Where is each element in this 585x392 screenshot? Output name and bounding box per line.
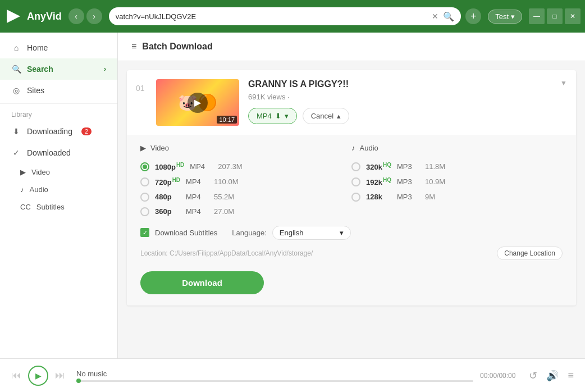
subtitles-row: ✓ Download Subtitles Language: English ▾ <box>140 219 563 244</box>
close-button[interactable]: ✕ <box>565 8 581 24</box>
player-repeat-button[interactable]: ↺ <box>529 370 537 382</box>
address-search-icon[interactable]: 🔍 <box>443 11 454 22</box>
player-info: No music <box>76 370 473 382</box>
sidebar-sites-label: Sites <box>27 86 44 95</box>
maximize-button[interactable]: □ <box>547 8 563 24</box>
new-tab-button[interactable]: + <box>465 8 481 24</box>
batch-download-header: ≡ Batch Download <box>118 33 585 61</box>
svg-marker-0 <box>7 10 20 23</box>
radio-192k[interactable] <box>351 177 360 186</box>
downloading-badge: 2 <box>81 127 92 135</box>
radio-128k[interactable] <box>351 193 360 202</box>
video-header: 01 🐷🟠 ▶ 10:17 GRANNY IS A PIGGY?!! 691K … <box>127 70 576 135</box>
minimize-button[interactable]: — <box>529 8 545 24</box>
player-progress[interactable] <box>76 380 473 382</box>
audio-option-192k: 192kHQ MP3 10.9M <box>351 174 563 189</box>
address-text: vatch?v=nUkJLDQGV2E <box>116 12 427 21</box>
mp4-label: MP4 <box>257 112 272 120</box>
sidebar-item-audio[interactable]: ♪ Audio <box>0 181 117 198</box>
download-button[interactable]: Download <box>140 271 264 294</box>
video-number: 01 <box>136 84 147 93</box>
video-actions: MP4 ⬇ ▾ Cancel ▴ <box>248 108 567 124</box>
thumb-play-icon[interactable]: ▶ <box>188 93 208 113</box>
video-col-label: Video <box>150 144 169 152</box>
sidebar-item-downloading[interactable]: ⬇ Downloading 2 <box>0 121 117 142</box>
audio-option-320k: 320kHQ MP3 11.8M <box>351 159 563 174</box>
address-bar: vatch?v=nUkJLDQGV2E ✕ 🔍 <box>109 7 461 25</box>
library-label: Library <box>0 106 117 121</box>
language-select[interactable]: English ▾ <box>272 226 351 240</box>
video-col-header: ▶ Video <box>140 144 351 152</box>
user-button[interactable]: Test ▾ <box>488 10 522 24</box>
video-col-icon: ▶ <box>140 144 146 152</box>
home-icon: ⌂ <box>11 43 21 53</box>
video-title: GRANNY IS A PIGGY?!! <box>248 79 567 89</box>
user-name: Test <box>495 12 509 21</box>
downloading-icon: ⬇ <box>11 126 21 136</box>
player-play-button[interactable]: ▶ <box>28 366 48 386</box>
format-128k: MP3 <box>397 193 419 201</box>
sidebar-search-arrow: › <box>104 65 106 73</box>
radio-480p[interactable] <box>140 193 149 202</box>
quality-480p: 480p <box>155 193 180 201</box>
video-card: 01 🐷🟠 ▶ 10:17 GRANNY IS A PIGGY?!! 691K … <box>127 70 576 306</box>
app-logo-icon <box>4 7 22 25</box>
sidebar-video-label: Video <box>31 168 50 176</box>
audio-col-label: Audio <box>360 144 378 152</box>
language-label: Language: <box>232 229 266 237</box>
sidebar-item-sites[interactable]: ◎ Sites <box>0 80 117 101</box>
player-prev-button[interactable]: ⏮ <box>11 370 21 381</box>
collapse-button[interactable]: ▼ <box>560 79 567 87</box>
size-360p: 27.0M <box>214 207 234 216</box>
size-720p: 110.0M <box>214 177 238 186</box>
quality-1080p: 1080pHD <box>155 162 184 171</box>
mp4-dropdown-icon: ▾ <box>285 112 289 120</box>
format-mp4-button[interactable]: MP4 ⬇ ▾ <box>248 108 297 124</box>
address-close-icon[interactable]: ✕ <box>432 12 438 21</box>
video-views: 691K views · <box>248 93 567 101</box>
size-1080p: 207.3M <box>218 162 242 171</box>
location-path: Location: C:/Users/Filippa/AppData/Local… <box>140 249 491 257</box>
radio-320k[interactable] <box>351 162 360 171</box>
sidebar: ⌂ Home 🔍 Search › ◎ Sites Library ⬇ Down… <box>0 33 118 358</box>
player-time: 00:00/00:00 <box>480 372 515 380</box>
download-btn-row: Download <box>140 267 563 297</box>
sidebar-item-video[interactable]: ▶ Video <box>0 163 117 181</box>
video-option-720p: 720pHD MP4 110.0M <box>140 174 351 189</box>
quality-320k: 320kHQ <box>366 162 391 171</box>
radio-1080p[interactable] <box>140 162 149 171</box>
format-320k: MP3 <box>397 162 419 171</box>
player-next-button[interactable]: ⏭ <box>55 370 65 381</box>
subtitles-checkbox[interactable]: ✓ <box>140 228 149 237</box>
audio-option-128k: 128k MP3 9M <box>351 190 563 204</box>
sidebar-item-home[interactable]: ⌂ Home <box>0 37 117 58</box>
player-volume-button[interactable]: 🔊 <box>546 370 559 382</box>
location-row: Location: C:/Users/Filippa/AppData/Local… <box>140 244 563 267</box>
main-layout: ⌂ Home 🔍 Search › ◎ Sites Library ⬇ Down… <box>0 33 585 358</box>
radio-720p[interactable] <box>140 177 149 186</box>
sidebar-downloading-label: Downloading <box>27 127 72 136</box>
nav-back-button[interactable]: ‹ <box>68 8 84 24</box>
audio-sub-icon: ♪ <box>20 185 24 194</box>
search-icon: 🔍 <box>11 64 21 74</box>
user-area: Test ▾ <box>488 10 522 24</box>
language-dropdown-icon: ▾ <box>340 229 344 237</box>
options-grid: ▶ Video 1080pHD MP4 207.3M <box>140 144 563 219</box>
nav-forward-button[interactable]: › <box>86 8 102 24</box>
player-playlist-button[interactable]: ≡ <box>568 370 574 381</box>
title-bar: AnyVid ‹ › vatch?v=nUkJLDQGV2E ✕ 🔍 + Tes… <box>0 0 585 33</box>
sidebar-item-subtitles[interactable]: CC Subtitles <box>0 198 117 216</box>
mp4-download-icon: ⬇ <box>275 112 281 120</box>
player-progress-dot <box>76 379 81 383</box>
sidebar-item-downloaded[interactable]: ✓ Downloaded <box>0 142 117 163</box>
radio-360p[interactable] <box>140 207 149 216</box>
bottom-player: ⏮ ▶ ⏭ No music 00:00/00:00 ↺ 🔊 ≡ <box>0 358 585 392</box>
quality-360p: 360p <box>155 207 180 216</box>
user-dropdown-icon: ▾ <box>511 12 515 21</box>
cancel-dropdown-icon: ▴ <box>337 112 341 120</box>
cancel-button[interactable]: Cancel ▴ <box>303 108 349 124</box>
change-location-button[interactable]: Change Location <box>497 247 563 260</box>
sidebar-divider <box>0 103 117 104</box>
video-sub-icon: ▶ <box>20 168 26 176</box>
sidebar-item-search[interactable]: 🔍 Search › <box>0 58 117 80</box>
